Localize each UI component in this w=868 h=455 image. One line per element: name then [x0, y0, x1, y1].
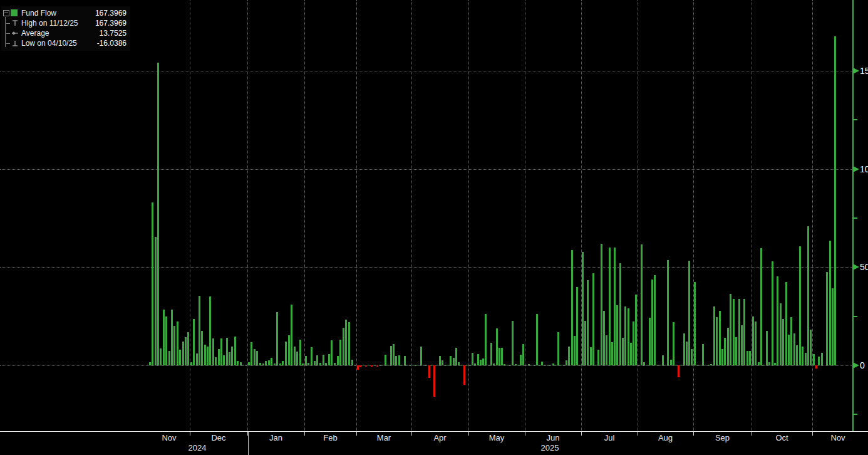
fund-flow-bar-positive	[177, 322, 178, 366]
h-gridline	[0, 365, 853, 366]
fund-flow-bar-positive	[667, 260, 669, 365]
fund-flow-bar-positive	[512, 321, 514, 365]
fund-flow-bar-positive	[193, 319, 195, 365]
fund-flow-bar-positive	[675, 365, 677, 365]
fund-flow-bar-positive	[686, 342, 688, 365]
month-gridline	[638, 0, 638, 431]
month-boundary-tick	[304, 432, 305, 436]
fund-flow-bar-positive	[302, 363, 304, 365]
fund-flow-bar-positive	[152, 202, 153, 365]
month-label: Nov	[162, 434, 176, 442]
legend-row-low[interactable]: Low on 04/10/25 -16.0386	[3, 38, 129, 48]
fund-flow-bar-positive	[204, 345, 206, 365]
fund-flow-bar-positive	[741, 325, 743, 365]
fund-flow-bar-positive	[345, 320, 347, 365]
fund-flow-bar-positive	[688, 261, 690, 365]
month-boundary-tick	[638, 432, 638, 436]
fund-flow-bar-positive	[231, 347, 233, 365]
month-boundary-tick	[693, 432, 694, 436]
fund-flow-bar-positive	[509, 365, 511, 365]
y-minor-tick	[854, 414, 857, 415]
fund-flow-bar-positive	[821, 353, 823, 365]
fund-flow-bar-positive	[381, 365, 383, 365]
fund-flow-bar-positive	[777, 276, 778, 365]
y-axis-tick-label: 150	[860, 66, 868, 75]
fund-flow-bar-negative	[365, 365, 367, 367]
fund-flow-bar-positive	[592, 273, 594, 365]
fund-flow-bar-positive	[624, 306, 626, 365]
fund-flow-bar-positive	[319, 363, 321, 365]
fund-flow-bar-positive	[390, 346, 392, 365]
fund-flow-bar-positive	[348, 322, 350, 365]
fund-flow-bar-positive	[557, 332, 559, 365]
fund-flow-bar-positive	[480, 360, 482, 365]
fund-flow-bar-positive	[813, 354, 815, 365]
fund-flow-bar-positive	[733, 299, 735, 365]
fund-flow-bar-positive	[406, 365, 408, 365]
fund-flow-bar-positive	[691, 349, 693, 365]
month-boundary-tick	[812, 432, 813, 436]
fund-flow-bar-positive	[254, 349, 256, 365]
fund-flow-bar-positive	[182, 342, 184, 365]
fund-flow-bar-positive	[469, 365, 471, 365]
legend-row-average[interactable]: Average 13.7525	[3, 28, 129, 38]
month-boundary-tick	[468, 432, 469, 436]
fund-flow-bar-positive	[555, 365, 557, 365]
fund-flow-bar-positive	[788, 335, 790, 365]
fund-flow-bar-positive	[530, 365, 532, 365]
fund-flow-bar-positive	[680, 365, 682, 365]
fund-flow-bar-positive	[201, 331, 203, 365]
month-gridline	[752, 0, 752, 431]
fund-flow-chart[interactable]: 050100150 NovDecJanFebMarAprMayJunJulAug…	[0, 0, 868, 455]
fund-flow-bar-negative	[376, 365, 378, 367]
fund-flow-bar-positive	[412, 365, 414, 365]
fund-flow-bar-positive	[504, 364, 505, 365]
collapse-box-icon[interactable]	[3, 10, 9, 16]
fund-flow-bar-positive	[673, 322, 674, 365]
fund-flow-bar-positive	[552, 363, 554, 365]
fund-flow-bar-positive	[774, 363, 776, 365]
month-label: Apr	[433, 434, 446, 442]
fund-flow-bar-positive	[683, 333, 685, 365]
fund-flow-bar-positive	[173, 326, 175, 365]
fund-flow-bar-positive	[493, 363, 495, 365]
fund-flow-bar-positive	[534, 365, 535, 365]
month-label: May	[489, 434, 505, 442]
fund-flow-bar-positive	[501, 348, 503, 365]
fund-flow-bar-positive	[328, 354, 330, 365]
fund-flow-bar-positive	[395, 356, 397, 365]
legend-row-high[interactable]: High on 11/12/25 167.3969	[3, 18, 129, 28]
fund-flow-bar-positive	[584, 321, 586, 365]
fund-flow-bar-negative	[433, 365, 435, 397]
y-tick-arrow	[853, 264, 859, 270]
y-tick-arrow	[853, 68, 859, 74]
fund-flow-bar-positive	[522, 344, 524, 366]
fund-flow-bar-positive	[305, 356, 307, 365]
fund-flow-bar-positive	[597, 350, 599, 365]
fund-flow-bar-positive	[385, 355, 386, 365]
fund-flow-bar-positive	[163, 310, 165, 365]
fund-flow-bar-positive	[274, 363, 276, 365]
fund-flow-bar-positive	[738, 299, 740, 365]
fund-flow-bar-positive	[265, 361, 267, 365]
fund-flow-bar-positive	[659, 365, 661, 365]
legend-box[interactable]: Fund Flow 167.3969 High on 11/12/25 167.…	[1, 6, 130, 51]
fund-flow-bar-positive	[165, 316, 167, 365]
fund-flow-bar-positive	[354, 365, 356, 365]
fund-flow-bar-positive	[461, 365, 463, 365]
y-tick-arrow	[853, 362, 859, 369]
legend-row-series[interactable]: Fund Flow 167.3969	[3, 8, 129, 18]
series-value: 167.3969	[56, 8, 129, 18]
fund-flow-bar-positive	[268, 360, 270, 365]
fund-flow-bar-positive	[528, 364, 530, 365]
fund-flow-bar-negative	[428, 365, 430, 378]
fund-flow-bar-positive	[614, 248, 616, 365]
average-marker-icon	[11, 29, 19, 37]
fund-flow-bar-negative	[678, 365, 679, 377]
series-color-swatch	[11, 9, 18, 16]
fund-flow-bar-positive	[496, 328, 498, 365]
fund-flow-bar-positive	[171, 310, 173, 365]
fund-flow-bar-positive	[730, 294, 731, 365]
h-gridline	[0, 71, 853, 71]
fund-flow-bar-positive	[248, 362, 250, 365]
